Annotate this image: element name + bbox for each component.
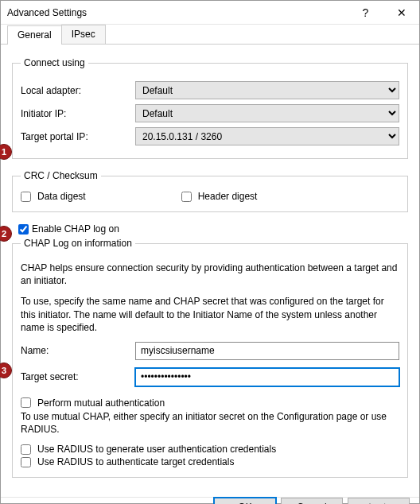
header-digest-label: Header digest: [198, 191, 258, 202]
titlebar: Advanced Settings ? ✕: [1, 1, 419, 25]
chap-legend: CHAP Log on information: [21, 238, 135, 249]
button-bar: 4 OK Cancel Apply: [1, 497, 419, 504]
tabstrip: General IPsec: [1, 25, 419, 45]
window-title: Advanced Settings: [7, 7, 348, 18]
chap-group: CHAP Log on information CHAP helps ensur…: [12, 238, 408, 478]
chap-desc1: CHAP helps ensure connection security by…: [21, 262, 399, 287]
target-portal-ip-label: Target portal IP:: [21, 131, 135, 142]
enable-chap-label: Enable CHAP log on: [32, 223, 119, 235]
chap-desc2: To use, specify the same name and CHAP s…: [21, 295, 399, 334]
mutual-auth-label: Perform mutual authentication: [37, 397, 165, 409]
local-adapter-label: Local adapter:: [21, 85, 135, 96]
mutual-desc: To use mutual CHAP, either specify an in…: [21, 410, 399, 436]
help-button[interactable]: ?: [348, 1, 383, 25]
crc-group: CRC / Checksum Data digest Header digest: [12, 170, 408, 212]
callout-1: 1: [0, 144, 12, 160]
local-adapter-select[interactable]: Default: [135, 81, 399, 99]
connect-using-group: Connect using Local adapter: Default Ini…: [12, 57, 408, 159]
chap-name-input[interactable]: [135, 342, 399, 360]
mutual-auth-checkbox[interactable]: [21, 397, 31, 408]
header-digest-checkbox[interactable]: [181, 192, 192, 202]
radius-generate-checkbox[interactable]: [21, 444, 31, 455]
callout-2: 2: [0, 226, 12, 242]
close-button[interactable]: ✕: [383, 1, 419, 25]
radius-auth-checkbox[interactable]: [21, 457, 31, 467]
enable-chap-checkbox[interactable]: [18, 224, 29, 235]
dialog-window: Advanced Settings ? ✕ General IPsec 1 2 …: [0, 0, 420, 504]
chap-name-label: Name:: [21, 345, 135, 356]
target-portal-ip-select[interactable]: 20.15.0.131 / 3260: [135, 127, 399, 145]
radius-generate-label: Use RADIUS to generate user authenticati…: [37, 444, 276, 455]
callout-3: 3: [0, 362, 12, 378]
initiator-ip-select[interactable]: Default: [135, 104, 399, 122]
content-area: 1 2 3 Connect using Local adapter: Defau…: [1, 45, 419, 497]
radius-auth-label: Use RADIUS to authenticate target creden…: [37, 456, 234, 467]
crc-legend: CRC / Checksum: [21, 170, 101, 181]
tab-general[interactable]: General: [7, 25, 62, 45]
apply-button[interactable]: Apply: [348, 498, 410, 504]
data-digest-label: Data digest: [37, 191, 86, 202]
close-icon: ✕: [397, 6, 406, 19]
target-secret-label: Target secret:: [21, 371, 135, 382]
tab-ipsec[interactable]: IPsec: [61, 25, 106, 44]
data-digest-checkbox[interactable]: [21, 192, 31, 202]
target-secret-input[interactable]: [135, 368, 399, 386]
connect-using-legend: Connect using: [21, 57, 88, 68]
initiator-ip-label: Initiator IP:: [21, 108, 135, 119]
cancel-button[interactable]: Cancel: [281, 498, 343, 504]
ok-button[interactable]: OK: [214, 498, 276, 504]
